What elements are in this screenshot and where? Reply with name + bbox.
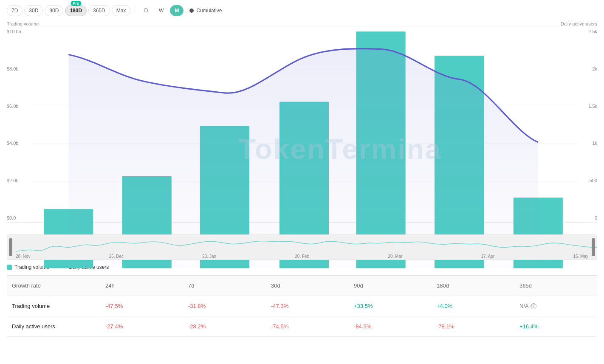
mini-date-2: 23. Jan: [202, 254, 216, 259]
row1-7d: -31.8%: [183, 299, 266, 313]
controls-bar: 7D 30D 90D Pro 180D 365D Max D W M Cumul…: [7, 5, 597, 16]
freq-w[interactable]: W: [154, 5, 168, 16]
range-handle-left[interactable]: [9, 238, 12, 256]
header-col2: 7d: [183, 278, 266, 293]
mini-chart[interactable]: 28. Nov 26. Dec 23. Jan 20. Feb 20. Mar …: [7, 234, 597, 260]
row1-label: Trading volume: [7, 299, 100, 313]
header-col4: 90d: [349, 278, 432, 293]
row1-90d: +33.5%: [349, 299, 432, 313]
row2-24h: -27.4%: [100, 319, 183, 334]
cumulative-dot: [189, 8, 194, 13]
table-row-daily: Daily active users -27.4% -28.2% -74.5% …: [7, 316, 597, 337]
period-30d[interactable]: 30D: [24, 5, 43, 16]
table-header-row: Growth rate 24h 7d 30d 90d 180d 365d: [7, 276, 597, 296]
header-col3: 30d: [266, 278, 349, 293]
period-180d[interactable]: 180D: [65, 5, 87, 16]
row1-365d: N/A ⓘ: [514, 299, 597, 313]
pro-wrapper: Pro 180D: [65, 5, 87, 16]
period-7d[interactable]: 7D: [7, 5, 23, 16]
left-axis-label: Trading volume: [7, 21, 39, 26]
mini-date-6: 15. May: [573, 254, 588, 259]
pro-badge: Pro: [71, 1, 81, 6]
cumulative-label: Cumulative: [196, 8, 222, 14]
svg-text:TokenTermina: TokenTermina: [238, 133, 442, 165]
legend-square-trading: [7, 265, 12, 270]
period-365d[interactable]: 365D: [88, 5, 110, 16]
row2-90d: -84.5%: [349, 319, 432, 334]
main-container: 7D 30D 90D Pro 180D 365D Max D W M Cumul…: [0, 0, 604, 364]
cumulative-toggle[interactable]: Cumulative: [189, 8, 222, 14]
main-chart-area: $0.0 $2.0b $4.0b $6.0b $8.0b $10.0b 0 50…: [7, 27, 597, 223]
mini-labels: 28. Nov 26. Dec 23. Jan 20. Feb 20. Mar …: [16, 254, 588, 259]
period-max[interactable]: Max: [112, 5, 131, 16]
row1-24h: -47.5%: [100, 299, 183, 313]
header-col5: 180d: [432, 278, 514, 293]
table-row-trading: Trading volume -47.5% -31.8% -47.3% +33.…: [7, 296, 597, 316]
range-handle-right[interactable]: [592, 238, 595, 256]
axis-labels: Trading volume Daily active users: [7, 21, 597, 26]
header-col1: 24h: [100, 278, 183, 293]
mini-date-3: 20. Feb: [295, 254, 309, 259]
freq-m[interactable]: M: [170, 5, 183, 16]
mini-date-5: 17. Apr: [481, 254, 495, 259]
info-icon: ⓘ: [531, 303, 536, 309]
freq-d[interactable]: D: [139, 5, 152, 16]
period-90d[interactable]: 90D: [45, 5, 63, 16]
growth-table: Growth rate 24h 7d 30d 90d 180d 365d Tra…: [7, 275, 597, 337]
line-chart: TokenTermina: [30, 27, 578, 268]
y-axis-right: 0 500 1k 1.5k 2k 2.5k: [578, 27, 597, 222]
row1-30d: -47.3%: [266, 299, 349, 313]
row2-7d: -28.2%: [183, 319, 266, 334]
row2-365d: +16.4%: [514, 319, 597, 334]
row2-180d: -78.1%: [432, 319, 514, 334]
mini-date-0: 28. Nov: [16, 254, 30, 259]
header-col0: Growth rate: [7, 278, 100, 293]
mini-date-1: 26. Dec: [109, 254, 124, 259]
right-axis-label: Daily active users: [561, 21, 597, 26]
row1-180d: +4.0%: [432, 299, 514, 313]
mini-date-4: 20. Mar: [388, 254, 402, 259]
divider: [135, 6, 135, 15]
y-axis-left: $0.0 $2.0b $4.0b $6.0b $8.0b $10.0b: [7, 27, 30, 222]
header-col6: 365d: [514, 278, 597, 293]
row2-30d: -74.5%: [266, 319, 349, 334]
row2-label: Daily active users: [7, 319, 100, 334]
